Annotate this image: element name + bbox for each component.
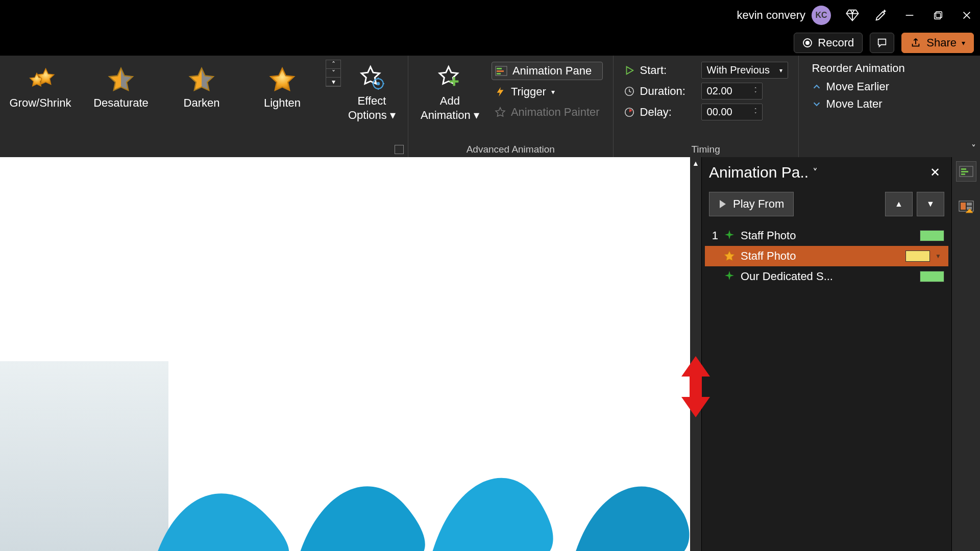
move-down-button[interactable]: ▼ xyxy=(917,192,944,216)
chevron-down-icon xyxy=(812,99,821,109)
dialog-launcher-icon[interactable] xyxy=(395,145,404,154)
svg-rect-13 xyxy=(497,70,504,72)
duration-value: 02.00 xyxy=(707,85,732,97)
share-button[interactable]: Share ▾ xyxy=(901,33,974,53)
slide xyxy=(0,157,690,551)
pane-title-text: Animation Pa.. xyxy=(709,164,808,181)
delay-row: Delay: 00.00 ˄˅ xyxy=(624,104,788,120)
timing-label: Timing xyxy=(614,144,798,155)
entrance-sparkle-icon xyxy=(723,230,736,242)
duration-spinner[interactable]: 02.00 ˄˅ xyxy=(701,83,763,99)
reorder-group: Reorder Animation Move Earlier Move Late… xyxy=(799,56,918,157)
start-select[interactable]: With Previous ▾ xyxy=(701,62,788,79)
pane-close-button[interactable]: ✕ xyxy=(926,163,944,182)
move-earlier-button[interactable]: Move Earlier xyxy=(812,80,905,93)
add-animation-l2: Animation ▾ xyxy=(421,109,479,122)
animation-item[interactable]: 1Staff Photo xyxy=(705,226,948,246)
scroll-down-icon[interactable]: ˅ xyxy=(326,69,340,78)
move-later-button[interactable]: Move Later xyxy=(812,97,905,111)
title-bar: kevin convery KC xyxy=(0,0,980,31)
timeline-bar[interactable] xyxy=(920,271,944,282)
pane-controls: Play From ▲ ▼ xyxy=(702,188,951,223)
effect-grow-shrink[interactable]: Grow/Shrink xyxy=(0,60,81,110)
pane-header: Animation Pa.. ˅ ✕ xyxy=(702,157,951,188)
vertical-scrollbar[interactable]: ▲ xyxy=(690,157,701,551)
effect-label: Darken xyxy=(184,96,220,110)
chevron-down-icon: ▾ xyxy=(779,67,782,74)
advanced-animation-group: Add Animation ▾ Animation Pane Trigger ▾… xyxy=(408,56,614,157)
star-icon xyxy=(107,66,135,94)
advanced-animation-label: Advanced Animation xyxy=(408,144,613,155)
spinner-arrows-icon[interactable]: ˄˅ xyxy=(754,108,757,116)
collapse-ribbon-icon[interactable]: ˅ xyxy=(971,143,976,154)
duration-row: Duration: 02.00 ˄˅ xyxy=(624,83,788,99)
move-up-button[interactable]: ▲ xyxy=(885,192,913,216)
effect-desaturate[interactable]: Desaturate xyxy=(81,60,161,110)
minimize-icon[interactable] xyxy=(902,8,917,22)
play-icon xyxy=(719,199,727,209)
animation-list: 1Staff PhotoStaff Photo▼Our Dedicated S.… xyxy=(702,223,951,289)
star-outline-icon xyxy=(495,107,506,118)
delay-value: 00.00 xyxy=(707,106,732,118)
svg-rect-23 xyxy=(967,203,972,206)
svg-rect-12 xyxy=(497,68,502,69)
effect-lighten[interactable]: Lighten xyxy=(242,60,323,110)
pane-title[interactable]: Animation Pa.. ˅ xyxy=(709,164,921,181)
restore-icon[interactable] xyxy=(931,8,945,22)
chevron-up-icon xyxy=(812,82,821,91)
pen-sparkle-icon[interactable] xyxy=(874,8,888,22)
username-label: kevin convery xyxy=(737,9,805,22)
avatar: KC xyxy=(812,6,831,25)
delay-spinner[interactable]: 00.00 ˄˅ xyxy=(701,104,763,120)
gallery-scroll[interactable]: ˄ ˅ ▾ xyxy=(326,60,341,87)
item-label: Staff Photo xyxy=(741,249,900,263)
spinner-arrows-icon[interactable]: ˄˅ xyxy=(754,87,757,95)
user-account[interactable]: kevin convery KC xyxy=(737,6,831,25)
slide-canvas[interactable] xyxy=(0,157,690,551)
star-icon xyxy=(268,66,297,94)
timeline-bar[interactable] xyxy=(920,230,944,241)
play-icon xyxy=(624,65,635,76)
duration-label: Duration: xyxy=(640,85,696,98)
delay-label: Delay: xyxy=(640,106,696,119)
timeline-bar[interactable] xyxy=(905,251,930,262)
ink-graphic xyxy=(133,433,690,551)
animation-painter-button: Animation Painter xyxy=(492,104,603,121)
entrance-sparkle-icon xyxy=(723,270,736,283)
move-earlier-label: Move Earlier xyxy=(826,80,889,93)
trigger-button[interactable]: Trigger ▾ xyxy=(492,83,603,101)
star-icon xyxy=(26,66,55,94)
diamond-icon[interactable] xyxy=(845,8,860,22)
start-row: Start: With Previous ▾ xyxy=(624,62,788,79)
record-button[interactable]: Record xyxy=(794,33,863,53)
animation-pane-tab-icon[interactable] xyxy=(956,161,976,182)
effect-darken[interactable]: Darken xyxy=(161,60,242,110)
effect-options-button[interactable]: Effect Options ▾ xyxy=(341,60,403,126)
comments-button[interactable] xyxy=(870,33,894,53)
lightning-icon xyxy=(495,86,506,97)
avatar-initials: KC xyxy=(815,11,827,20)
share-label: Share xyxy=(926,36,957,49)
scroll-up-icon[interactable]: ˄ xyxy=(326,60,340,69)
clock-delay-icon xyxy=(624,107,635,118)
play-from-button[interactable]: Play From xyxy=(709,192,794,216)
svg-point-8 xyxy=(377,82,380,86)
emphasis-star-icon xyxy=(723,250,736,262)
item-label: Staff Photo xyxy=(741,229,915,242)
item-menu-icon[interactable]: ▼ xyxy=(935,253,944,260)
close-icon[interactable] xyxy=(960,8,974,22)
add-animation-button[interactable]: Add Animation ▾ xyxy=(413,60,486,126)
side-panel xyxy=(951,157,980,551)
item-number: 1 xyxy=(709,229,718,242)
gallery-more-icon[interactable]: ▾ xyxy=(326,78,340,86)
animation-item[interactable]: Staff Photo▼ xyxy=(705,246,948,266)
star-add-icon xyxy=(436,64,463,90)
start-label: Start: xyxy=(640,64,696,77)
scroll-up-icon[interactable]: ▲ xyxy=(690,157,701,169)
animation-pane-button[interactable]: Animation Pane xyxy=(492,62,603,80)
star-icon xyxy=(187,66,216,94)
animation-item[interactable]: Our Dedicated S... xyxy=(705,266,948,287)
designer-tab-icon[interactable] xyxy=(956,197,976,217)
add-animation-l1: Add xyxy=(440,94,460,108)
effect-options-l2: Options ▾ xyxy=(348,109,396,122)
